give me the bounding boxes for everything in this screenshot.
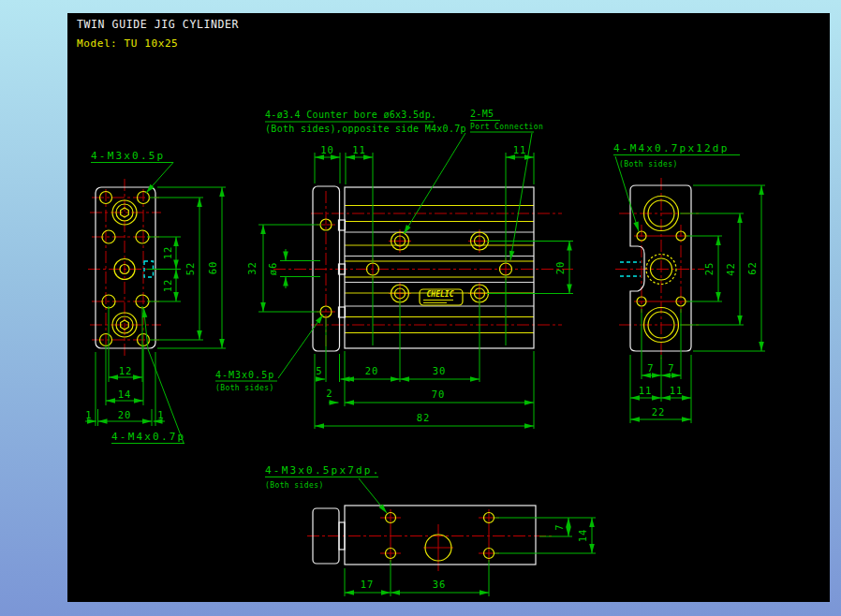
dim-25: 25 bbox=[703, 262, 715, 276]
dim-70: 70 bbox=[432, 389, 446, 400]
label-m4-bottom: 4-M4x0.7p bbox=[111, 431, 185, 443]
dim-17: 17 bbox=[361, 579, 375, 590]
dim-36: 36 bbox=[433, 579, 447, 590]
label-bottom-2: (Both sides) bbox=[265, 481, 324, 490]
label-m3-top: 4-M3x0.5p bbox=[91, 150, 165, 162]
dim-11-right: 11 bbox=[513, 144, 527, 155]
dim-62: 62 bbox=[746, 261, 758, 275]
dim-20v: 20 bbox=[554, 261, 566, 275]
label-right-2: (Both sides) bbox=[619, 160, 678, 169]
dim-20: 20 bbox=[118, 409, 132, 420]
label-port-2: Port Connection bbox=[470, 123, 543, 131]
dim-60: 60 bbox=[207, 261, 218, 275]
dim-b14: 14 bbox=[577, 529, 588, 543]
dim-82: 82 bbox=[417, 412, 431, 423]
logo-text: CHELIC bbox=[427, 290, 454, 299]
dim-7-right: 7 bbox=[668, 362, 674, 374]
label-bottom-1: 4-M3x0.5px7dp. bbox=[265, 464, 381, 477]
dim-12-bottom: 12 bbox=[162, 279, 173, 293]
dim-7-left: 7 bbox=[647, 362, 654, 374]
dim-10: 10 bbox=[320, 144, 334, 155]
model-label: Model: TU 10x25 bbox=[77, 37, 178, 50]
label-m3-both-1: 4-M3x0.5p bbox=[215, 370, 274, 380]
dim-5: 5 bbox=[316, 365, 322, 376]
label-counterbore-2: (Both sides),opposite side M4x0.7p bbox=[265, 124, 466, 134]
dim-42: 42 bbox=[725, 262, 736, 276]
dim-14: 14 bbox=[118, 389, 132, 400]
dim-1-left: 1 bbox=[85, 409, 92, 420]
label-right-1: 4-M4x0.7px12dp bbox=[613, 142, 730, 154]
dim-11-left: 11 bbox=[352, 144, 366, 155]
drawing-title: TWIN GUIDE JIG CYLINDER bbox=[77, 18, 239, 31]
dim-30: 30 bbox=[433, 365, 447, 376]
dim-2: 2 bbox=[326, 388, 332, 399]
label-counterbore-1: 4-ø3.4 Counter bore ø6x3.5dp. bbox=[265, 110, 436, 120]
dim-12-top: 12 bbox=[162, 246, 173, 260]
dim-b7: 7 bbox=[553, 523, 565, 530]
dim-11b: 11 bbox=[670, 385, 684, 396]
dim-52: 52 bbox=[184, 262, 196, 276]
label-m3-both-2: (Both sides) bbox=[215, 384, 274, 392]
dim-12h: 12 bbox=[119, 365, 133, 376]
dim-dia6: ø6 bbox=[267, 262, 278, 276]
cad-viewport[interactable]: TWIN GUIDE JIG CYLINDER Model: TU 10x25 bbox=[0, 0, 841, 616]
drawing-canvas bbox=[67, 13, 830, 602]
dim-32: 32 bbox=[246, 261, 258, 275]
dim-11a: 11 bbox=[639, 385, 653, 396]
dim-1-right: 1 bbox=[157, 409, 164, 420]
label-port-1: 2-M5 bbox=[470, 109, 494, 119]
dim-20b: 20 bbox=[365, 365, 379, 376]
dim-22: 22 bbox=[652, 406, 666, 418]
